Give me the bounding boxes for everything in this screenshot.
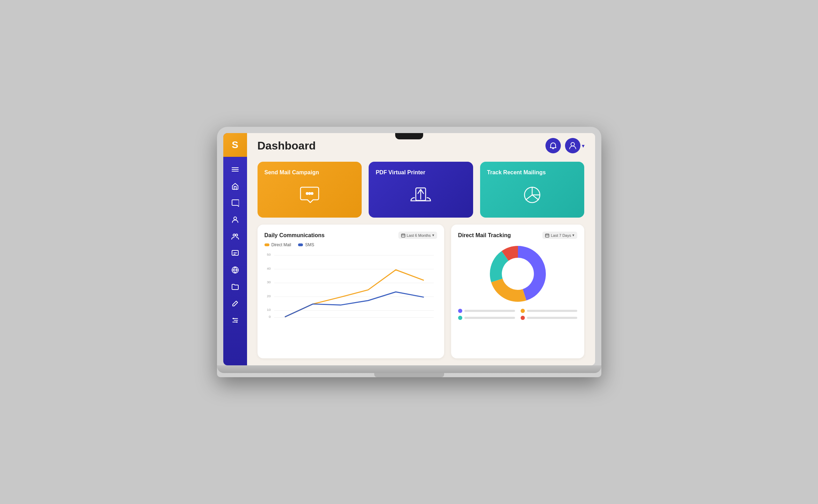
legend-label-direct-mail: Direct Mail bbox=[272, 242, 291, 247]
chart-filter-label: Last 6 Months bbox=[407, 233, 431, 238]
donut-calendar-icon bbox=[545, 233, 549, 238]
svg-rect-41 bbox=[545, 234, 549, 237]
svg-text:FEB: FEB bbox=[282, 319, 289, 320]
send-mail-card-title: Send Mail Campaign bbox=[265, 169, 319, 176]
header-actions: ▾ bbox=[545, 138, 585, 153]
donut-chart-filter-button[interactable]: Last 7 Days ▾ bbox=[542, 232, 577, 239]
page-title: Dashboard bbox=[258, 139, 316, 152]
globe-icon[interactable] bbox=[228, 263, 242, 277]
track-mailings-card-title: Track Recent Mailings bbox=[487, 169, 546, 176]
donut-chart-title: Direct Mail Tracking bbox=[458, 232, 511, 239]
donut-legend-purple bbox=[458, 309, 515, 313]
edit-icon[interactable] bbox=[228, 297, 242, 311]
group-icon[interactable] bbox=[228, 229, 242, 243]
bar-orange bbox=[527, 310, 578, 312]
donut-legend bbox=[458, 309, 578, 320]
daily-communications-chart: Daily Communications Last 6 Months ▾ bbox=[258, 225, 444, 358]
charts-section: Daily Communications Last 6 Months ▾ bbox=[247, 225, 595, 365]
settings-icon[interactable] bbox=[228, 313, 242, 327]
campaign-icon[interactable] bbox=[228, 246, 242, 260]
svg-text:JUL: JUL bbox=[420, 319, 427, 320]
direct-mail-tracking-chart: Direct Mail Tracking Last 7 Days ▾ bbox=[451, 225, 585, 358]
pdf-printer-card-icon-area bbox=[376, 180, 466, 210]
chart-title: Daily Communications bbox=[265, 232, 325, 239]
pdf-printer-card[interactable]: PDF Virtual Printer bbox=[369, 162, 473, 218]
donut-svg bbox=[486, 242, 549, 305]
dot-orange bbox=[521, 309, 525, 313]
bar-red bbox=[527, 317, 578, 319]
chart-header: Daily Communications Last 6 Months ▾ bbox=[265, 232, 437, 239]
donut-chart-area bbox=[458, 242, 578, 351]
bar-teal bbox=[464, 317, 515, 319]
camera-notch bbox=[395, 133, 423, 139]
legend-label-sms: SMS bbox=[305, 242, 314, 247]
bar-purple bbox=[464, 310, 515, 312]
svg-point-4 bbox=[233, 234, 235, 236]
svg-text:40: 40 bbox=[267, 266, 270, 270]
svg-point-14 bbox=[306, 192, 308, 195]
svg-text:10: 10 bbox=[267, 308, 270, 312]
pdf-upload-icon bbox=[410, 184, 432, 206]
svg-text:APR: APR bbox=[337, 319, 344, 320]
chart-legend: Direct Mail SMS bbox=[265, 242, 437, 247]
svg-text:MAR: MAR bbox=[309, 319, 317, 320]
legend-direct-mail: Direct Mail bbox=[265, 242, 291, 247]
donut-legend-yellow bbox=[521, 309, 578, 313]
donut-chart-header: Direct Mail Tracking Last 7 Days ▾ bbox=[458, 232, 578, 239]
svg-text:20: 20 bbox=[267, 294, 270, 298]
legend-dot-blue bbox=[298, 243, 303, 246]
home-icon[interactable] bbox=[228, 179, 242, 193]
legend-dot-yellow bbox=[265, 243, 269, 246]
dot-purple bbox=[458, 309, 462, 313]
folder-icon[interactable] bbox=[228, 280, 242, 294]
dot-teal bbox=[458, 316, 462, 320]
svg-point-13 bbox=[571, 143, 574, 146]
svg-text:0: 0 bbox=[269, 315, 271, 319]
svg-point-11 bbox=[233, 318, 234, 319]
track-mailings-card[interactable]: Track Recent Mailings bbox=[480, 162, 585, 218]
legend-sms: SMS bbox=[298, 242, 314, 247]
user-menu[interactable]: ▾ bbox=[565, 138, 585, 153]
calendar-icon bbox=[401, 233, 405, 238]
svg-point-16 bbox=[311, 192, 313, 195]
sidebar-logo: S bbox=[223, 133, 247, 157]
notification-bell-button[interactable] bbox=[545, 138, 561, 153]
pie-chart-icon bbox=[521, 184, 543, 206]
svg-text:50: 50 bbox=[267, 253, 270, 256]
svg-point-12 bbox=[236, 321, 238, 323]
chat-bubble-icon bbox=[298, 184, 321, 206]
menu-icon[interactable] bbox=[228, 162, 242, 176]
svg-point-15 bbox=[309, 192, 311, 195]
dot-red bbox=[521, 316, 525, 320]
chevron-down-icon: ▾ bbox=[582, 143, 585, 149]
svg-rect-19 bbox=[401, 234, 405, 237]
user-icon[interactable] bbox=[228, 213, 242, 227]
send-mail-card-icon-area bbox=[265, 180, 355, 210]
avatar bbox=[565, 138, 580, 153]
pdf-printer-card-title: PDF Virtual Printer bbox=[376, 169, 425, 176]
cards-section: Send Mail Campaign PDF Virtual bbox=[247, 158, 595, 225]
sidebar: S bbox=[223, 133, 247, 365]
svg-point-3 bbox=[234, 217, 237, 220]
filter-chevron-icon: ▾ bbox=[432, 233, 434, 238]
chart-filter-button[interactable]: Last 6 Months ▾ bbox=[398, 232, 437, 239]
donut-legend-teal bbox=[458, 316, 515, 320]
send-mail-card[interactable]: Send Mail Campaign bbox=[258, 162, 362, 218]
svg-text:MAY: MAY bbox=[364, 319, 372, 320]
main-content: Dashboard bbox=[247, 133, 595, 365]
donut-legend-red bbox=[521, 316, 578, 320]
svg-text:JUN: JUN bbox=[392, 319, 399, 320]
donut-filter-chevron-icon: ▾ bbox=[572, 233, 574, 238]
svg-point-5 bbox=[236, 234, 238, 236]
line-chart-area: 50 40 30 20 10 0 bbox=[265, 250, 437, 351]
svg-point-49 bbox=[502, 259, 533, 289]
svg-text:30: 30 bbox=[267, 280, 270, 284]
track-mailings-card-icon-area bbox=[487, 180, 578, 210]
line-chart-svg: 50 40 30 20 10 0 bbox=[265, 250, 437, 320]
chat-icon[interactable] bbox=[228, 196, 242, 210]
donut-filter-label: Last 7 Days bbox=[551, 233, 571, 238]
